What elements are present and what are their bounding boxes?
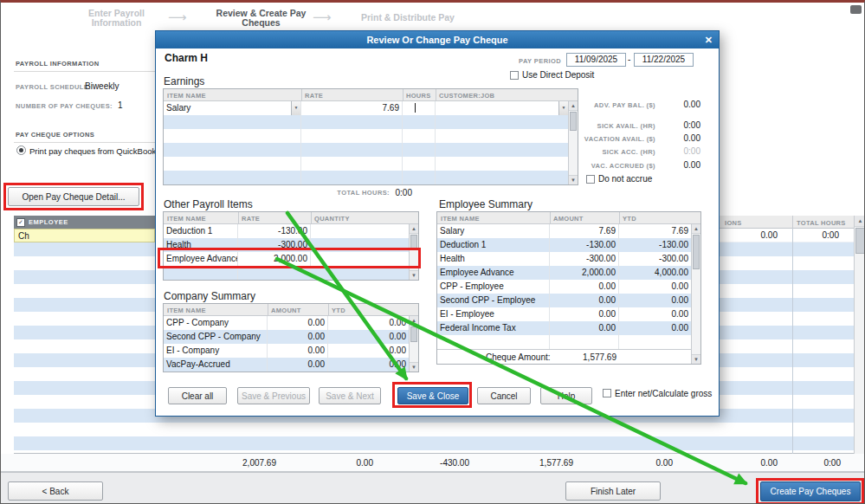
select-all-checkbox[interactable]: ✓ (16, 218, 25, 227)
scrollbar-thumb[interactable] (855, 228, 865, 254)
amount-header: AMOUNT (271, 307, 301, 314)
scroll-down-icon[interactable]: ▼ (569, 175, 578, 184)
amount-cell: 0.00 (268, 358, 328, 372)
earnings-job-cell[interactable]: ▼ (436, 101, 568, 115)
employee-summary-scrollbar[interactable]: ▲ ▼ (691, 224, 700, 364)
amount-cell: -130.00 (550, 238, 619, 252)
table-row[interactable] (164, 115, 578, 129)
do-not-accrue-label: Do not accrue (598, 174, 652, 184)
scroll-up-icon[interactable]: ▲ (410, 316, 418, 326)
scroll-down-icon[interactable]: ▼ (410, 270, 418, 280)
open-pay-cheque-detail-button[interactable]: Open Pay Cheque Detail... (8, 187, 139, 206)
amount-cell: 0.00 (268, 344, 328, 358)
other-items-header: ITEM NAME RATE QUANTITY (164, 212, 418, 224)
dropdown-icon[interactable]: ▼ (291, 101, 300, 115)
total-hours-value: 0:00 (393, 188, 412, 197)
item-cell[interactable]: Employee Advance (164, 252, 238, 266)
review-pay-cheque-dialog: Review Or Change Pay Cheque ✕ Charm H PA… (155, 30, 720, 417)
amount-cell: 0.00 (268, 316, 328, 330)
column-divider (311, 212, 312, 223)
rate-cell[interactable]: 2,000.00 (238, 252, 311, 266)
pay-period-end-field[interactable]: 11/22/2025 (634, 53, 694, 67)
earnings-item-cell[interactable]: Salary ▼ (164, 101, 301, 115)
item-name-header: ITEM NAME (167, 92, 206, 100)
back-button[interactable]: < Back (8, 481, 103, 501)
rate-cell[interactable]: -130.00 (238, 224, 311, 238)
item-name-header: ITEM NAME (167, 307, 206, 314)
adv-pay-bal-label: ADV. PAY BAL. ($) (556, 101, 655, 109)
scroll-up-icon[interactable]: ▲ (855, 216, 865, 227)
employee-advance-row[interactable]: Employee Advance 2,000.00 (164, 252, 418, 266)
vacation-avail-value: 0.00 (662, 133, 700, 143)
item-cell: VacPay-Accrued (164, 358, 268, 372)
save-next-button[interactable]: Save & Next (319, 387, 381, 404)
ytd-cell: 0.00 (619, 307, 691, 321)
contributions-column-header: IONS (725, 219, 742, 227)
item-cell[interactable]: Health (164, 238, 238, 252)
amount-cell: 2,000.00 (550, 266, 619, 280)
table-row[interactable]: Deduction 1 -130.00 (164, 224, 418, 238)
earnings-scrollbar[interactable]: ▲ ▼ (568, 101, 578, 184)
scroll-up-icon[interactable]: ▲ (692, 224, 700, 234)
vertical-scrollbar[interactable]: ▲ ▼ (854, 216, 865, 471)
table-row[interactable] (164, 171, 578, 184)
net-gross-checkbox[interactable] (603, 389, 611, 397)
table-row[interactable]: Salary ▼ 7.69 ▼ (164, 101, 578, 115)
scrollbar-thumb[interactable] (693, 235, 700, 269)
cancel-button[interactable]: Cancel (477, 387, 531, 404)
item-cell[interactable]: Deduction 1 (164, 224, 238, 238)
help-button[interactable]: Help (540, 387, 592, 404)
vac-accrued-label: VAC. ACCRUED ($) (556, 162, 655, 170)
earnings-rate-cell[interactable]: 7.69 (301, 101, 403, 115)
table-row[interactable] (164, 143, 578, 157)
divider (14, 71, 155, 72)
column-divider (436, 89, 436, 100)
dialog-employee-name: Charm H (165, 52, 208, 64)
rate-header: RATE (242, 215, 260, 223)
scroll-down-icon[interactable]: ▼ (692, 354, 700, 364)
wizard-step1-line2: Information (75, 18, 158, 28)
amount-cell: 0.00 (550, 280, 619, 294)
employee-name-cell[interactable]: Ch (14, 229, 155, 242)
ytd-cell: 7.69 (619, 224, 691, 238)
scroll-up-icon[interactable]: ▲ (410, 224, 418, 234)
earnings-table-header: ITEM NAME RATE HOURS CUSTOMER:JOB (164, 89, 578, 101)
clear-all-button[interactable]: Clear all (168, 387, 227, 404)
scrollbar-thumb[interactable] (410, 235, 417, 250)
quantity-cell[interactable] (311, 224, 409, 238)
table-row[interactable]: Health -300.00 (164, 238, 418, 252)
other-items-scrollbar[interactable]: ▲ ▼ (409, 224, 418, 280)
quantity-cell[interactable] (311, 238, 409, 252)
quantity-cell[interactable] (311, 252, 409, 266)
earnings-hours-cell[interactable] (403, 101, 436, 115)
payroll-schedule-label: PAYROLL SCHEDULE: (16, 83, 91, 91)
ytd-cell: 0.00 (619, 280, 691, 294)
column-divider (403, 89, 403, 100)
do-not-accrue-checkbox[interactable] (586, 175, 595, 184)
finish-later-button[interactable]: Finish Later (565, 481, 661, 501)
save-previous-button[interactable]: Save & Previous (237, 387, 310, 404)
column-divider (792, 229, 793, 454)
close-icon[interactable]: ✕ (705, 31, 713, 48)
print-cheques-radio[interactable] (16, 145, 26, 155)
table-row[interactable] (164, 266, 418, 280)
footer-bar (1, 472, 865, 504)
table-row[interactable] (164, 129, 578, 143)
cheque-amount-value: 1,577.69 (550, 352, 616, 362)
scrollbar-thumb[interactable] (410, 326, 417, 342)
table-row[interactable] (164, 157, 578, 171)
total-hours-column-header: TOTAL HOURS (797, 219, 846, 227)
employee-column-header[interactable]: ✓ EMPLOYEE (14, 216, 155, 229)
item-cell: Salary (437, 224, 550, 238)
rate-cell[interactable]: -300.00 (238, 238, 311, 252)
direct-deposit-checkbox[interactable] (510, 71, 519, 80)
company-summary-scrollbar[interactable]: ▲ ▼ (409, 316, 418, 372)
total-contributions-value: 0.00 (727, 458, 778, 468)
pay-period-start-field[interactable]: 11/09/2025 (566, 53, 626, 67)
scroll-down-icon[interactable]: ▼ (410, 362, 418, 372)
save-close-button[interactable]: Save & Close (397, 387, 468, 404)
amount-cell: 7.69 (550, 224, 619, 238)
net-gross-label: Enter net/Calculate gross (615, 389, 712, 398)
table-row: Health -300.00 -300.00 (437, 252, 700, 266)
create-pay-cheques-button[interactable]: Create Pay Cheques (760, 481, 861, 501)
